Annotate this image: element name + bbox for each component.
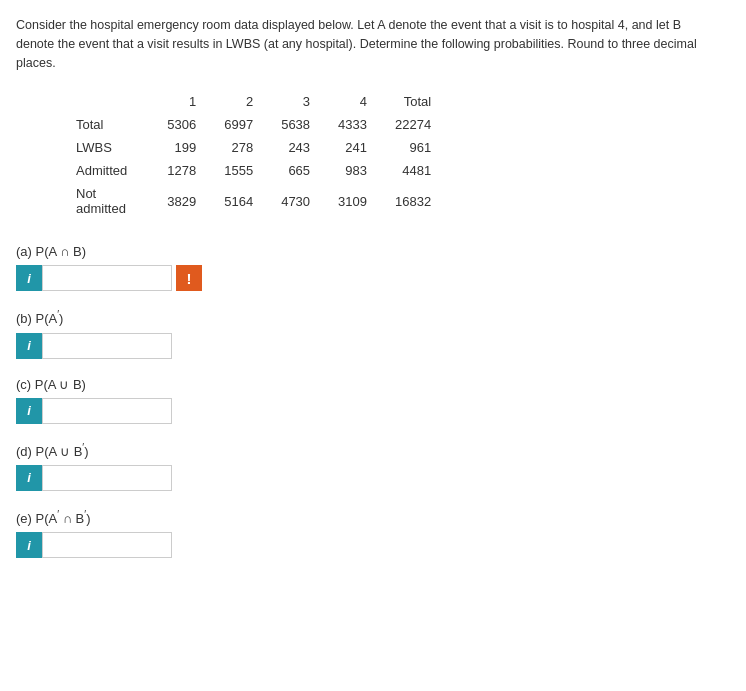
info-button-c[interactable]: i xyxy=(16,398,42,424)
info-button-d[interactable]: i xyxy=(16,465,42,491)
col-header-4: 4 xyxy=(338,90,395,113)
col-header-label xyxy=(76,90,167,113)
col-header-total: Total xyxy=(395,90,459,113)
cell-3: 243 xyxy=(281,136,338,159)
cell-2: 5164 xyxy=(224,182,281,220)
question-block-b: (b) P(A′) i xyxy=(16,309,730,358)
cell-4: 983 xyxy=(338,159,395,182)
cell-total: 16832 xyxy=(395,182,459,220)
question-label-b: (b) P(A′) xyxy=(16,309,730,326)
question-block-e: (e) P(A′ ∩ B′) i xyxy=(16,509,730,558)
cell-1: 3829 xyxy=(167,182,224,220)
table-row: Admitted 1278 1555 665 983 4481 xyxy=(76,159,459,182)
answer-input-c[interactable] xyxy=(42,398,172,424)
cell-3: 5638 xyxy=(281,113,338,136)
question-label-a: (a) P(A ∩ B) xyxy=(16,244,730,259)
question-block-c: (c) P(A ∪ B) i xyxy=(16,377,730,424)
data-table: 1 2 3 4 Total Total 5306 6997 5638 4333 … xyxy=(76,90,459,220)
cell-1: 199 xyxy=(167,136,224,159)
cell-2: 6997 xyxy=(224,113,281,136)
question-label-c: (c) P(A ∪ B) xyxy=(16,377,730,392)
cell-3: 665 xyxy=(281,159,338,182)
row-label: LWBS xyxy=(76,136,167,159)
cell-2: 1555 xyxy=(224,159,281,182)
info-button-b[interactable]: i xyxy=(16,333,42,359)
table-row: Notadmitted 3829 5164 4730 3109 16832 xyxy=(76,182,459,220)
cell-2: 278 xyxy=(224,136,281,159)
cell-3: 4730 xyxy=(281,182,338,220)
cell-4: 3109 xyxy=(338,182,395,220)
question-block-a: (a) P(A ∩ B) i ! xyxy=(16,244,730,291)
cell-1: 5306 xyxy=(167,113,224,136)
cell-4: 241 xyxy=(338,136,395,159)
col-header-1: 1 xyxy=(167,90,224,113)
col-header-3: 3 xyxy=(281,90,338,113)
answer-input-b[interactable] xyxy=(42,333,172,359)
answer-input-d[interactable] xyxy=(42,465,172,491)
row-label: Total xyxy=(76,113,167,136)
cell-4: 4333 xyxy=(338,113,395,136)
intro-text: Consider the hospital emergency room dat… xyxy=(16,16,716,72)
col-header-2: 2 xyxy=(224,90,281,113)
cell-total: 961 xyxy=(395,136,459,159)
question-block-d: (d) P(A ∪ B′) i xyxy=(16,442,730,491)
table-row: Total 5306 6997 5638 4333 22274 xyxy=(76,113,459,136)
cell-total: 4481 xyxy=(395,159,459,182)
table-row: LWBS 199 278 243 241 961 xyxy=(76,136,459,159)
row-label: Notadmitted xyxy=(76,182,167,220)
info-button-e[interactable]: i xyxy=(16,532,42,558)
info-button-a[interactable]: i xyxy=(16,265,42,291)
answer-input-e[interactable] xyxy=(42,532,172,558)
answer-input-a[interactable] xyxy=(42,265,172,291)
question-label-e: (e) P(A′ ∩ B′) xyxy=(16,509,730,526)
cell-1: 1278 xyxy=(167,159,224,182)
cell-total: 22274 xyxy=(395,113,459,136)
row-label: Admitted xyxy=(76,159,167,182)
alert-button-a[interactable]: ! xyxy=(176,265,202,291)
question-label-d: (d) P(A ∪ B′) xyxy=(16,442,730,459)
